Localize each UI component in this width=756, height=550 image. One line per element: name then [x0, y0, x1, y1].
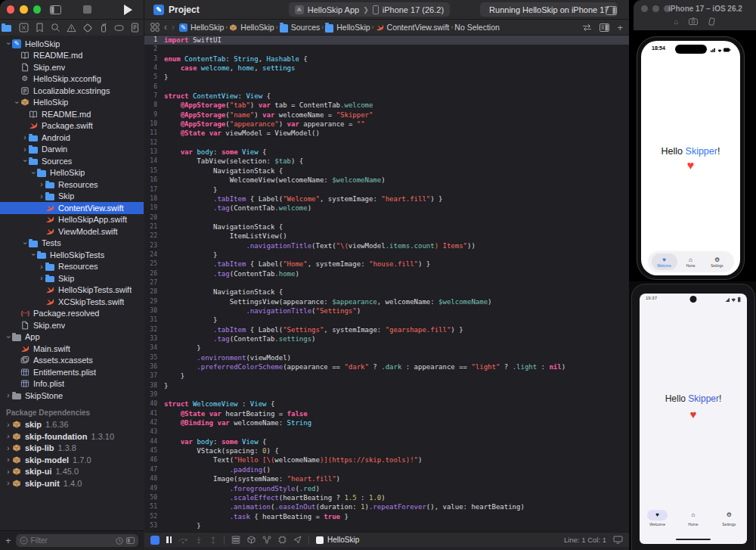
disclosure-chevron-icon[interactable]: ›	[5, 333, 13, 340]
tree-item-tests[interactable]: ›Tests	[0, 238, 144, 250]
breadcrumb-item-no-selection[interactable]: No Selection	[454, 23, 500, 32]
step-over-button[interactable]	[178, 536, 188, 544]
scope-icon[interactable]	[126, 537, 135, 544]
android-tab-welcome[interactable]: ♥Welcome	[640, 505, 675, 532]
gesture-handle[interactable]	[676, 539, 711, 541]
tests-icon[interactable]	[82, 23, 92, 33]
tree-item-viewmodel-swift[interactable]: ›ViewModel.swift	[0, 225, 144, 238]
running-target-chip[interactable]: HelloSkip	[316, 536, 359, 544]
disclosure-chevron-icon[interactable]: ›	[5, 479, 12, 487]
disclosure-chevron-icon[interactable]: ›	[38, 180, 45, 188]
location-button[interactable]	[293, 536, 302, 544]
tree-item-readme-md[interactable]: ›README.md	[0, 108, 144, 120]
breadcrumb-item-contentview-swift[interactable]: ContentView.swift	[376, 23, 450, 32]
disclosure-chevron-icon[interactable]: ›	[5, 468, 12, 476]
tree-item-resources[interactable]: ›Resources	[0, 179, 144, 191]
greeting-name-link[interactable]: Skipper	[688, 393, 719, 404]
filter-input[interactable]: Filter	[16, 534, 138, 547]
tree-item-app[interactable]: ›App	[0, 331, 144, 343]
breadcrumb-item-sources[interactable]: Sources	[280, 23, 321, 33]
iphone-screen[interactable]: 18:54 Hello Skipper! ♥ ♥Welcome⌂Home⚙Set…	[641, 41, 740, 275]
debug-icon[interactable]	[98, 23, 108, 33]
gpu-button[interactable]	[278, 536, 287, 544]
disclosure-chevron-icon[interactable]: ›	[29, 251, 38, 259]
disclosure-chevron-icon[interactable]: ›	[29, 169, 38, 176]
tree-item-helloskip[interactable]: ›HelloSkip	[0, 97, 144, 109]
home-button[interactable]: ⌂	[674, 17, 678, 26]
related-items-button[interactable]	[150, 23, 160, 32]
dependency-item-skip-model[interactable]: ›skip-model1.7.0	[0, 454, 144, 466]
tree-item-skip[interactable]: ›Skip	[0, 191, 144, 203]
add-editor-button[interactable]: +	[617, 22, 623, 33]
dependency-item-skip-foundation[interactable]: ›skip-foundation1.3.10	[0, 430, 144, 443]
tree-item-helloskipapp-swift[interactable]: ›HelloSkipApp.swift	[0, 214, 144, 226]
android-screen[interactable]: 19:37 Hello Skipper! ♥ ♥Welcome⌂Home⚙Set…	[640, 294, 747, 544]
add-button[interactable]: +	[5, 535, 11, 546]
ios-tab-settings[interactable]: ⚙Settings	[705, 253, 730, 270]
tree-item-main-swift[interactable]: ›Main.swift	[0, 343, 144, 355]
forward-button[interactable]: ›	[172, 22, 175, 33]
reports-icon[interactable]	[130, 23, 140, 33]
zoom-window-button[interactable]	[33, 5, 41, 14]
rotate-button[interactable]	[708, 17, 716, 26]
source-control-icon[interactable]	[19, 23, 29, 33]
tree-item-xcskiptests-swift[interactable]: ›XCSkipTests.swift	[0, 296, 144, 308]
dependency-item-skip-unit[interactable]: ›skip-unit1.4.0	[0, 477, 144, 489]
breakpoints-toggle-button[interactable]	[150, 536, 160, 545]
greeting-name-link[interactable]: Skipper	[686, 146, 717, 157]
disclosure-chevron-icon[interactable]: ›	[5, 40, 13, 48]
run-button[interactable]	[119, 2, 137, 17]
simulator-traffic-lights[interactable]	[641, 5, 671, 12]
tree-item-android[interactable]: ›Android	[0, 132, 144, 144]
ios-tab-welcome[interactable]: ♥Welcome	[652, 253, 677, 270]
view-hierarchy-button[interactable]	[231, 536, 240, 544]
pause-button[interactable]	[166, 536, 172, 543]
dependency-item-skip[interactable]: ›skip1.6.36	[0, 419, 144, 431]
breadcrumb-item-helloskip[interactable]: HelloSkip	[229, 23, 274, 32]
tree-item-skip-env[interactable]: ›Skip.env	[0, 319, 144, 331]
issues-icon[interactable]	[67, 23, 76, 33]
tree-item-helloskip-xcconfig[interactable]: ›⚙HelloSkip.xcconfig	[0, 73, 144, 85]
project-navigator-icon[interactable]	[3, 23, 13, 32]
android-tab-settings[interactable]: ⚙Settings	[711, 505, 747, 532]
tree-item-readme-md[interactable]: ›README.md	[0, 50, 144, 62]
disclosure-chevron-icon[interactable]: ›	[38, 192, 45, 200]
tree-item-helloskiptests[interactable]: ›HelloSkipTests	[0, 249, 144, 261]
tree-item-entitlements-plist[interactable]: ›Entitlements.plist	[0, 366, 144, 378]
recent-icon[interactable]	[116, 537, 123, 545]
tree-item-darwin[interactable]: ›Darwin	[0, 144, 144, 156]
find-icon[interactable]	[51, 23, 60, 33]
memory-graph-button[interactable]	[247, 536, 256, 544]
dependency-item-skip-ui[interactable]: ›skip-ui1.45.0	[0, 466, 144, 478]
step-out-button[interactable]	[209, 536, 217, 544]
step-into-button[interactable]	[195, 536, 203, 544]
bookmarks-icon[interactable]	[35, 23, 45, 33]
disclosure-chevron-icon[interactable]: ›	[38, 274, 45, 282]
disclosure-chevron-icon[interactable]: ›	[21, 239, 29, 247]
toggle-left-sidebar-button[interactable]	[46, 2, 64, 17]
toggle-right-panel-button[interactable]	[602, 3, 620, 18]
tree-item-localizable-xcstrings[interactable]: ›Localizable.xcstrings	[0, 85, 144, 97]
code-editor[interactable]: 1import SwiftUI23enum ContentTab: String…	[144, 36, 629, 532]
disclosure-chevron-icon[interactable]: ›	[5, 432, 12, 440]
tree-item-skip[interactable]: ›Skip	[0, 272, 144, 284]
tree-item-skip-env[interactable]: ›Skip.env	[0, 61, 144, 73]
scheme-selector[interactable]: A HelloSkip App ❯ iPhone 17 (26.2)	[289, 2, 450, 17]
tree-item-contentview-swift[interactable]: ›ContentView.swift	[0, 202, 144, 214]
breadcrumb-item-helloskip[interactable]: ✎HelloSkip	[179, 23, 224, 32]
tree-item-package-resolved[interactable]: ›{⋯}Package.resolved	[0, 308, 144, 320]
disclosure-chevron-icon[interactable]: ›	[38, 263, 45, 271]
disclosure-chevron-icon[interactable]: ›	[5, 444, 12, 452]
screenshot-button[interactable]	[689, 17, 698, 26]
tree-item-resources[interactable]: ›Resources	[0, 261, 144, 273]
tree-item-helloskiptests-swift[interactable]: ›HelloSkipTests.swift	[0, 284, 144, 297]
tree-item-package-swift[interactable]: ›Package.swift	[0, 120, 144, 132]
dependency-item-skip-lib[interactable]: ›skip-lib1.3.8	[0, 443, 144, 455]
android-tab-home[interactable]: ⌂Home	[675, 505, 711, 532]
disclosure-chevron-icon[interactable]: ›	[5, 391, 12, 399]
disclosure-chevron-icon[interactable]: ›	[21, 157, 29, 165]
disclosure-chevron-icon[interactable]: ›	[13, 98, 21, 106]
scheme-graph-button[interactable]	[262, 536, 271, 544]
minimize-window-button[interactable]	[20, 5, 27, 14]
tree-item-sources[interactable]: ›Sources	[0, 155, 144, 167]
